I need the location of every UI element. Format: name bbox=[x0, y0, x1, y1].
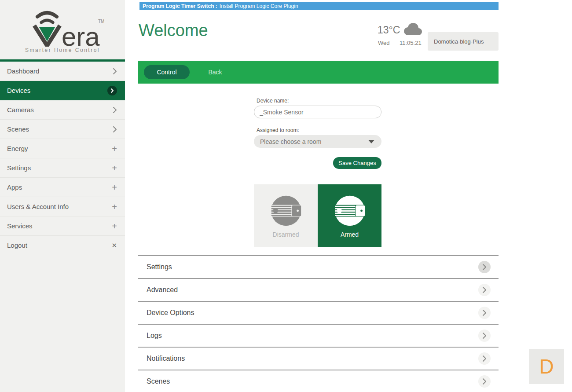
vera-logo-icon: era TM bbox=[21, 6, 104, 47]
plus-icon: + bbox=[112, 144, 117, 153]
section-scenes[interactable]: Scenes bbox=[138, 370, 499, 392]
room-select[interactable]: Please choose a room bbox=[254, 135, 381, 148]
disarmed-label: Disarmed bbox=[273, 231, 299, 238]
page-title: Welcome bbox=[139, 21, 208, 40]
section-label: Device Options bbox=[147, 309, 194, 317]
sidebar-item-label: Users & Account Info bbox=[7, 203, 69, 210]
sidebar-item-label: Settings bbox=[7, 164, 31, 172]
banner-subtitle: Install Program Logic Core Plugin bbox=[220, 3, 298, 9]
chevron-right-icon bbox=[113, 106, 117, 114]
sidebar-item-settings[interactable]: Settings + bbox=[0, 158, 125, 178]
d-letter: D bbox=[539, 355, 554, 378]
tab-back[interactable]: Back bbox=[202, 61, 228, 84]
plus-icon: + bbox=[112, 164, 117, 172]
chevron-right-icon bbox=[478, 352, 491, 365]
sidebar-item-scenes[interactable]: Scenes bbox=[0, 120, 125, 139]
sidebar-item-label: Services bbox=[7, 222, 33, 230]
sidebar-item-label: Devices bbox=[7, 87, 30, 94]
section-label: Logs bbox=[147, 332, 162, 340]
chevron-right-icon bbox=[478, 307, 491, 319]
sidebar-item-label: Energy bbox=[7, 145, 28, 152]
temperature-value: 13°C bbox=[378, 24, 400, 36]
sidebar-nav: Dashboard Devices Cameras Scenes bbox=[0, 59, 125, 255]
plus-icon: + bbox=[112, 222, 117, 231]
cloud-icon bbox=[402, 22, 423, 38]
sidebar-item-logout[interactable]: Logout ✕ bbox=[0, 236, 125, 255]
chevron-right-icon bbox=[478, 330, 491, 342]
clock-time: 11:05:21 bbox=[400, 40, 422, 46]
sidebar-item-devices[interactable]: Devices bbox=[0, 81, 125, 100]
sidebar-item-dashboard[interactable]: Dashboard bbox=[0, 62, 125, 81]
section-notifications[interactable]: Notifications bbox=[138, 348, 499, 370]
controller-select-button[interactable]: Domotica-blog-Plus bbox=[428, 32, 499, 51]
logo-tm: TM bbox=[98, 19, 104, 24]
main-content: Program Logic Timer Switch : Install Pro… bbox=[138, 0, 499, 392]
caret-down-icon bbox=[368, 140, 374, 143]
section-label: Scenes bbox=[147, 377, 170, 385]
device-name-label: Device name: bbox=[257, 98, 381, 104]
tab-control[interactable]: Control bbox=[144, 65, 190, 79]
device-form: Device name: Assigned to room: Please ch… bbox=[254, 98, 381, 169]
section-device-options[interactable]: Device Options bbox=[138, 302, 499, 325]
sidebar-item-label: Cameras bbox=[7, 106, 34, 114]
chevron-right-icon bbox=[478, 284, 491, 296]
sidebar-item-services[interactable]: Services + bbox=[0, 216, 125, 236]
sidebar-item-label: Dashboard bbox=[7, 67, 39, 75]
sidebar-item-cameras[interactable]: Cameras bbox=[0, 100, 125, 120]
siren-icon bbox=[269, 194, 303, 227]
plugin-notification-banner[interactable]: Program Logic Timer Switch : Install Pro… bbox=[139, 2, 499, 10]
device-sections: Settings Advanced Device Options Logs bbox=[138, 255, 499, 392]
vera-logo: era TM Smarter Home Control bbox=[0, 0, 125, 59]
logo-brand-suffix: era bbox=[62, 22, 100, 47]
siren-icon bbox=[333, 194, 367, 227]
armed-button[interactable]: Armed bbox=[318, 184, 381, 247]
sidebar-item-label: Apps bbox=[7, 183, 22, 191]
logo-tagline: Smarter Home Control bbox=[25, 47, 100, 53]
banner-title: Program Logic Timer Switch : bbox=[143, 3, 217, 9]
section-label: Notifications bbox=[147, 355, 185, 363]
chevron-right-icon bbox=[478, 261, 491, 273]
sidebar-item-energy[interactable]: Energy + bbox=[0, 139, 125, 158]
chevron-right-circle-icon bbox=[107, 86, 117, 95]
plus-icon: + bbox=[112, 202, 117, 211]
chevron-right-icon bbox=[113, 126, 117, 133]
device-name-input[interactable] bbox=[254, 106, 381, 118]
vera-app-window: era TM Smarter Home Control Dashboard De… bbox=[0, 0, 572, 392]
close-icon: ✕ bbox=[111, 242, 117, 249]
section-advanced[interactable]: Advanced bbox=[138, 279, 499, 302]
assigned-room-label: Assigned to room: bbox=[257, 127, 381, 133]
section-logs[interactable]: Logs bbox=[138, 325, 499, 348]
sidebar: era TM Smarter Home Control Dashboard De… bbox=[0, 0, 125, 392]
sidebar-item-label: Scenes bbox=[7, 125, 29, 133]
weekday-label: Wed bbox=[378, 40, 390, 46]
device-tabbar: Control Back bbox=[138, 61, 499, 84]
armed-label: Armed bbox=[341, 231, 359, 238]
section-settings[interactable]: Settings bbox=[138, 256, 499, 279]
chevron-right-icon bbox=[478, 375, 491, 388]
section-label: Settings bbox=[147, 263, 172, 271]
chevron-right-icon bbox=[113, 68, 117, 75]
sidebar-item-label: Logout bbox=[7, 242, 27, 249]
sidebar-item-apps[interactable]: Apps + bbox=[0, 178, 125, 197]
plus-icon: + bbox=[112, 183, 117, 192]
d-brand-badge[interactable]: D bbox=[529, 349, 564, 384]
disarmed-button[interactable]: Disarmed bbox=[254, 184, 318, 247]
save-changes-button[interactable]: Save Changes bbox=[333, 157, 381, 169]
section-label: Advanced bbox=[147, 286, 178, 294]
room-select-value: Please choose a room bbox=[260, 138, 321, 145]
arm-toggle: Disarmed Armed bbox=[254, 184, 381, 247]
sidebar-item-users-account-info[interactable]: Users & Account Info + bbox=[0, 197, 125, 216]
